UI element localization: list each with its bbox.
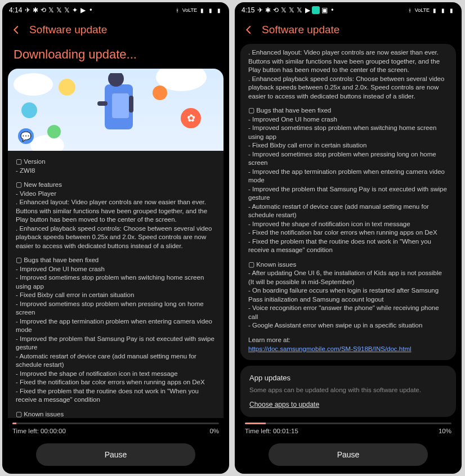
back-icon[interactable] — [11, 25, 21, 35]
signal-icon: ▮ — [199, 7, 205, 14]
bluetooth-icon: ᚼ — [174, 7, 181, 14]
play-icon: ▶ — [79, 7, 86, 14]
puzzle-icon: ✱ — [265, 7, 271, 14]
volte-icon: VoLTE — [182, 7, 197, 13]
x-icon: 𝕏 — [288, 7, 295, 14]
x-icon: 𝕏 — [56, 7, 62, 14]
back-icon[interactable] — [244, 25, 254, 35]
status-system-icons: ᚼ VoLTE ▮ ▮ ▮ — [174, 7, 222, 14]
progress-bar — [12, 423, 219, 424]
signal-icon: ▮ — [207, 7, 214, 14]
battery-icon: ▮ — [216, 7, 222, 14]
bluetooth-icon: ᚼ — [406, 7, 413, 14]
app-updates-sub: Some apps can be updated along with this… — [249, 387, 447, 393]
signal-icon: ▮ — [431, 7, 438, 14]
learn-more-link[interactable]: https://doc.samsungmobile.com/SM-S918B/I… — [248, 345, 412, 352]
content-scroll[interactable]: . Enhanced layout: Video player controls… — [235, 44, 462, 418]
dot-icon: • — [329, 7, 336, 14]
dot-icon: • — [87, 7, 94, 14]
svg-rect-3 — [97, 101, 108, 106]
header: Software update — [235, 18, 462, 44]
right-screen: 4:15 ✈ ✱ ⟲ 𝕏 𝕏 𝕏 ▶ ▣ • ᚼ VoLTE ▮ ▮ ▮ — [235, 2, 462, 474]
progress-percent: 10% — [439, 428, 451, 434]
pause-button[interactable]: Pause — [36, 443, 195, 466]
battery-icon: ▮ — [448, 7, 455, 14]
progress-area: Time left: 00:01:15 10% — [235, 418, 462, 440]
release-notes-text: . Enhanced layout: Video player controls… — [240, 48, 456, 353]
svg-rect-2 — [112, 93, 129, 118]
choose-apps-link[interactable]: Choose apps to update — [249, 401, 319, 408]
sync-icon: ⟲ — [272, 7, 279, 14]
character-illustration — [85, 73, 147, 146]
x-icon: 𝕏 — [64, 7, 70, 14]
progress-area: Time left: 00:00:00 0% — [2, 418, 229, 440]
status-system-icons: ᚼ VoLTE ▮ ▮ ▮ — [406, 7, 455, 14]
star-icon: ✦ — [71, 7, 78, 14]
x-icon: 𝕏 — [296, 7, 303, 14]
play-icon: ▶ — [304, 7, 311, 14]
release-notes-card: ✿ 💬 ▢ Version - ZWI8 ▢ New features - Vi… — [8, 69, 223, 418]
app-icon — [312, 6, 320, 14]
x-icon: 𝕏 — [280, 7, 287, 14]
x-icon: 𝕏 — [48, 7, 55, 14]
sync-icon: ⟲ — [40, 7, 47, 14]
status-time: 4:15 — [242, 6, 254, 14]
update-illustration: ✿ 💬 — [8, 69, 223, 151]
puzzle-icon: ✱ — [32, 7, 39, 14]
status-notification-icons: ✈ ✱ ⟲ 𝕏 𝕏 𝕏 ✦ ▶ • — [24, 7, 94, 14]
status-time: 4:14 — [9, 6, 22, 14]
volte-icon: VoLTE — [415, 7, 430, 13]
telegram-icon: ✈ — [257, 7, 263, 14]
header: Software update — [2, 18, 229, 44]
time-left-label: Time left: 00:00:00 — [12, 428, 66, 434]
status-bar: 4:15 ✈ ✱ ⟲ 𝕏 𝕏 𝕏 ▶ ▣ • ᚼ VoLTE ▮ ▮ ▮ — [235, 2, 462, 18]
status-notification-icons: ✈ ✱ ⟲ 𝕏 𝕏 𝕏 ▶ ▣ • — [257, 6, 336, 14]
app-updates-card: App updates Some apps can be updated alo… — [240, 366, 456, 417]
svg-rect-4 — [129, 96, 133, 113]
release-notes-text: ▢ Version - ZWI8 ▢ New features - Video … — [8, 151, 223, 418]
release-notes-card: . Enhanced layout: Video player controls… — [240, 44, 456, 360]
page-title: Software update — [262, 24, 339, 36]
left-screen: 4:14 ✈ ✱ ⟲ 𝕏 𝕏 𝕏 ✦ ▶ • ᚼ VoLTE ▮ ▮ ▮ S — [2, 2, 229, 474]
progress-fill — [12, 423, 16, 424]
telegram-icon: ✈ — [24, 7, 31, 14]
progress-bar — [245, 423, 451, 424]
image-icon: ▣ — [321, 7, 328, 14]
page-title: Software update — [29, 24, 107, 36]
progress-percent: 0% — [209, 428, 219, 434]
progress-fill — [245, 423, 266, 424]
downloading-title: Downloading update... — [2, 44, 229, 69]
pause-button[interactable]: Pause — [269, 443, 428, 466]
content-scroll[interactable]: ✿ 💬 ▢ Version - ZWI8 ▢ New features - Vi… — [2, 69, 229, 418]
status-bar: 4:14 ✈ ✱ ⟲ 𝕏 𝕏 𝕏 ✦ ▶ • ᚼ VoLTE ▮ ▮ ▮ — [2, 2, 229, 18]
app-updates-title: App updates — [249, 374, 447, 382]
time-left-label: Time left: 00:01:15 — [245, 428, 298, 434]
signal-icon: ▮ — [440, 7, 446, 14]
